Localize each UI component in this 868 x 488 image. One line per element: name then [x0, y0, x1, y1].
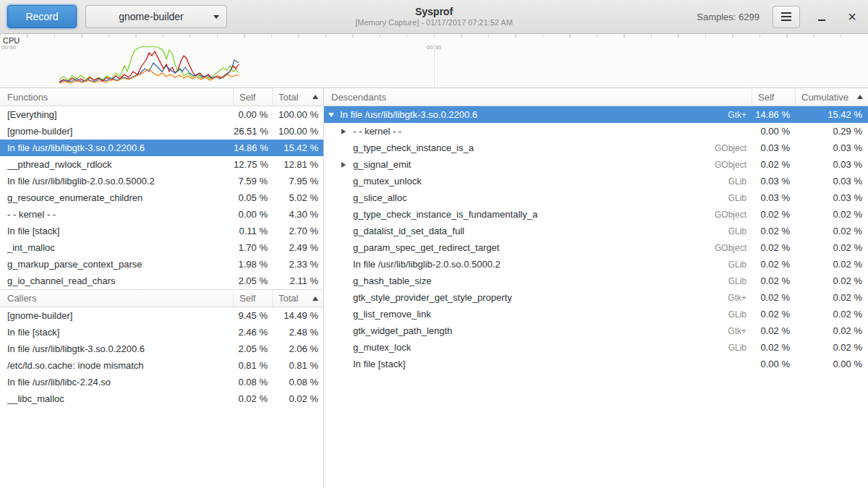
function-row[interactable]: g_markup_parse_context_parse1.98 %2.33 % [0, 256, 323, 273]
descendant-row[interactable]: g_list_remove_linkGLib0.02 %0.02 % [324, 306, 868, 322]
headerbar-right: Samples: 6299 × [697, 6, 861, 28]
caller-row[interactable]: In file /usr/lib/libgtk-3.so.0.2200.62.0… [0, 341, 323, 357]
descendant-name-cell: g_datalist_id_set_data_fullGLib [324, 226, 752, 236]
self-column-header[interactable]: Self [234, 88, 273, 106]
descendant-row[interactable]: g_mutex_lockGLib0.02 %0.02 % [324, 339, 868, 356]
library-badge: Gtk+ [720, 326, 752, 336]
descendant-row[interactable]: In file /usr/lib/libglib-2.0.so.0.5000.2… [324, 256, 868, 273]
function-name: In file /usr/lib/libgtk-3.so.0.2200.6 [0, 343, 234, 354]
caller-row[interactable]: __libc_malloc0.02 %0.02 % [0, 390, 323, 407]
descendant-row[interactable]: gtk_style_provider_get_style_propertyGtk… [324, 289, 868, 306]
callers-column-header[interactable]: Callers [0, 290, 234, 307]
descendant-row[interactable]: g_param_spec_get_redirect_targetGObject0… [324, 239, 868, 256]
descendant-name: g_signal_emit [353, 159, 411, 170]
self-percent: 0.02 % [752, 209, 796, 220]
function-name: [gnome-builder] [0, 310, 234, 321]
library-badge: Gtk+ [720, 293, 752, 303]
close-button[interactable]: × [843, 8, 861, 25]
cpu-timeline[interactable]: CPU 00:00 00:30 [0, 34, 868, 88]
function-row[interactable]: In file [stack]0.11 %2.70 % [0, 223, 323, 239]
self-percent: 0.02 % [752, 342, 796, 353]
descendant-name-cell: - - kernel - - [324, 126, 752, 137]
expander-collapsed-icon[interactable] [341, 129, 353, 134]
descendant-row[interactable]: g_hash_table_sizeGLib0.02 %0.02 % [324, 273, 868, 289]
function-name: [Everything] [0, 109, 234, 120]
close-icon: × [848, 9, 856, 24]
self-percent: 0.00 % [752, 359, 796, 369]
self-percent: 0.02 % [752, 259, 796, 270]
total-column-header[interactable]: Total [273, 290, 323, 307]
function-row[interactable]: __pthread_rwlock_rdlock12.75 %12.81 % [0, 156, 323, 173]
total-percent: 5.02 % [273, 192, 323, 203]
caller-row[interactable]: In file /usr/lib/libc-2.24.so0.08 %0.08 … [0, 374, 323, 390]
descendant-row[interactable]: g_datalist_id_set_data_fullGLib0.02 %0.0… [324, 223, 868, 239]
functions-column-header[interactable]: Functions [0, 88, 234, 106]
cumulative-percent: 0.02 % [796, 342, 868, 353]
self-column-header[interactable]: Self [234, 290, 273, 307]
sort-ascending-icon [857, 95, 863, 99]
descendants-column-header[interactable]: Descendants [324, 88, 752, 106]
expander-expanded-icon[interactable] [328, 113, 340, 117]
descendant-name: gtk_style_provider_get_style_property [353, 292, 512, 303]
function-row[interactable]: In file /usr/lib/libglib-2.0.so.0.5000.2… [0, 173, 323, 189]
function-row[interactable]: g_io_channel_read_chars2.05 %2.11 % [0, 273, 323, 289]
library-badge: GLib [721, 343, 752, 353]
total-column-header[interactable]: Total [273, 88, 323, 106]
descendant-row[interactable]: - - kernel - -0.00 %0.29 % [324, 123, 868, 140]
function-row[interactable]: [gnome-builder]26.51 %100.00 % [0, 123, 323, 140]
descendant-name-cell: g_slice_allocGLib [324, 192, 752, 203]
function-row[interactable]: _int_malloc1.70 %2.49 % [0, 239, 323, 256]
function-name: _int_malloc [0, 242, 234, 253]
descendant-name-cell: g_type_check_instance_is_aGObject [324, 142, 752, 153]
function-name: __pthread_rwlock_rdlock [0, 159, 234, 170]
self-column-header[interactable]: Self [752, 88, 796, 106]
page-title: Sysprof [355, 6, 513, 18]
descendant-row[interactable]: g_type_check_instance_is_fundamentally_a… [324, 206, 868, 223]
function-name: __libc_malloc [0, 393, 234, 404]
descendant-row[interactable]: g_signal_emitGObject0.02 %0.03 % [324, 156, 868, 173]
descendants-panel: Descendants Self Cumulative In file /usr… [324, 88, 868, 488]
cumulative-percent: 0.02 % [796, 226, 868, 236]
descendant-row[interactable]: g_type_check_instance_is_aGObject0.03 %0… [324, 140, 868, 156]
caller-row[interactable]: [gnome-builder]9.45 %14.49 % [0, 307, 323, 324]
self-percent: 0.02 % [752, 275, 796, 286]
cpu-usage-graph [0, 45, 868, 87]
expander-collapsed-icon[interactable] [341, 162, 353, 168]
function-row[interactable]: In file /usr/lib/libgtk-3.so.0.2200.614.… [0, 140, 323, 156]
process-selector-dropdown[interactable]: gnome-builder [85, 5, 227, 28]
sysprof-window: Record gnome-builder Sysprof [Memory Cap… [0, 0, 868, 488]
function-name: In file [stack] [0, 226, 234, 236]
descendants-header-row: Descendants Self Cumulative [324, 88, 868, 106]
descendant-row[interactable]: g_mutex_unlockGLib0.03 %0.03 % [324, 173, 868, 189]
cumulative-column-header[interactable]: Cumulative [796, 88, 868, 106]
record-button[interactable]: Record [7, 5, 77, 28]
process-selector-label: gnome-builder [119, 11, 184, 22]
descendant-row[interactable]: gtk_widget_path_lengthGtk+0.02 %0.02 % [324, 322, 868, 339]
library-badge: GLib [721, 276, 752, 286]
cumulative-percent: 0.03 % [796, 192, 868, 203]
descendant-row[interactable]: In file [stack]0.00 %0.00 % [324, 356, 868, 372]
minimize-button[interactable] [813, 8, 830, 25]
caller-row[interactable]: In file [stack]2.46 %2.48 % [0, 324, 323, 341]
function-row[interactable]: - - kernel - -0.00 %4.30 % [0, 206, 323, 223]
window-title-area: Sysprof [Memory Capture] - 01/17/2017 07… [355, 6, 513, 27]
cumulative-percent: 0.02 % [796, 292, 868, 303]
function-name: /etc/ld.so.cache: inode mismatch [0, 360, 234, 371]
descendant-row[interactable]: In file /usr/lib/libgtk-3.so.0.2200.6Gtk… [324, 106, 868, 123]
self-percent: 0.02 % [234, 393, 273, 404]
function-row[interactable]: [Everything]0.00 %100.00 % [0, 106, 323, 123]
function-row[interactable]: g_resource_enumerate_children0.05 %5.02 … [0, 189, 323, 206]
descendant-name: In file [stack] [353, 359, 405, 369]
self-percent: 14.86 % [234, 142, 273, 153]
self-percent: 26.51 % [234, 126, 273, 137]
self-percent: 0.02 % [752, 159, 796, 170]
menu-button[interactable] [773, 6, 800, 28]
descendant-row[interactable]: g_slice_allocGLib0.03 %0.03 % [324, 189, 868, 206]
caller-row[interactable]: /etc/ld.so.cache: inode mismatch0.81 %0.… [0, 357, 323, 374]
self-percent: 12.75 % [234, 159, 273, 170]
descendant-name: g_type_check_instance_is_fundamentally_a [353, 209, 537, 220]
descendant-name-cell: gtk_style_provider_get_style_propertyGtk… [324, 292, 752, 303]
self-percent: 0.05 % [234, 192, 273, 203]
descendant-name-cell: In file /usr/lib/libglib-2.0.so.0.5000.2… [324, 259, 752, 270]
descendant-name-cell: g_list_remove_linkGLib [324, 309, 752, 320]
